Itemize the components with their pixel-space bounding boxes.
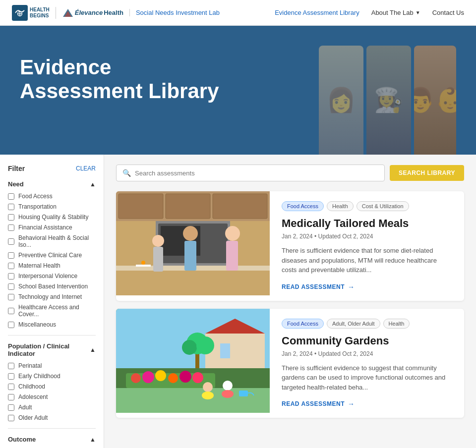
filter-older-adult[interactable]: Older Adult — [8, 414, 96, 421]
filter-early-childhood[interactable]: Early Childhood — [8, 373, 96, 380]
need-section-header[interactable]: Need ▲ — [8, 180, 96, 188]
content-area: 🔍 SEARCH LIBRARY — [104, 155, 476, 448]
checkbox-perinatal[interactable] — [8, 363, 14, 369]
checkbox-miscellaneous[interactable] — [8, 322, 14, 328]
tag-food-access-gardens: Food Access — [282, 319, 324, 329]
filter-school[interactable]: School Based Intervention — [8, 283, 96, 290]
site-header: HEALTHBEGINS Élevance Health Social Need… — [0, 0, 476, 26]
filter-housing[interactable]: Housing Quality & Stability — [8, 214, 96, 221]
checkbox-healthcare-access[interactable] — [8, 308, 14, 314]
tag-health: Health — [327, 201, 354, 211]
nav-evidence-library[interactable]: Evidence Assessment Library — [275, 9, 359, 16]
card-title-gardens: Community Gardens — [282, 335, 452, 347]
card-tags-mtm: Food Access Health Cost & Utilization — [282, 201, 452, 211]
health-begins-logo[interactable]: HEALTHBEGINS — [12, 5, 50, 21]
card-tags-gardens: Food Access Adult, Older Adult Health — [282, 319, 452, 329]
svg-point-31 — [131, 373, 141, 383]
filter-interpersonal[interactable]: Interpersonal Violence — [8, 273, 96, 280]
filter-transportation[interactable]: Transportation — [8, 203, 96, 210]
person-icon-1: 👩 — [319, 46, 363, 155]
hero-image-3: 👨‍👶 — [414, 46, 456, 155]
card-date-gardens: Jan 2, 2024 • Updated Oct 2, 2024 — [282, 350, 452, 357]
card-description-gardens: There is sufficient evidence to suggest … — [282, 363, 452, 392]
svg-point-17 — [225, 226, 240, 241]
card-description-mtm: There is sufficient evidence that for so… — [282, 246, 452, 275]
read-assessment-mtm-link[interactable]: READ ASSESSMENT → — [282, 283, 452, 291]
filter-behavioral[interactable]: Behavioral Health & Social Iso... — [8, 234, 96, 248]
svg-rect-18 — [226, 241, 238, 271]
checkbox-maternal[interactable] — [8, 263, 14, 269]
filter-food-access[interactable]: Food Access — [8, 193, 96, 200]
filter-miscellaneous[interactable]: Miscellaneous — [8, 321, 96, 328]
need-collapse-icon: ▲ — [90, 181, 96, 188]
outcome-section-header[interactable]: Outcome ▲ — [8, 436, 96, 443]
hero-text-block: Evidence Assessment Library — [20, 46, 319, 104]
arrow-right-icon: → — [348, 283, 355, 291]
filter-financial[interactable]: Financial Assistance — [8, 224, 96, 231]
filter-childhood[interactable]: Childhood — [8, 383, 96, 390]
filter-technology[interactable]: Technology and Internet — [8, 293, 96, 300]
svg-point-41 — [222, 390, 234, 398]
checkbox-older-adult[interactable] — [8, 415, 14, 421]
nav-about-lab[interactable]: About The Lab ▼ — [371, 9, 420, 16]
clear-filter-button[interactable]: CLEAR — [76, 165, 96, 172]
checkbox-food-access[interactable] — [8, 193, 14, 200]
filter-adult[interactable]: Adult — [8, 404, 96, 411]
divider-2 — [8, 428, 96, 429]
checkbox-school[interactable] — [8, 283, 14, 290]
search-input[interactable] — [135, 169, 378, 177]
card-title-mtm: Medically Tailored Meals — [282, 217, 452, 230]
population-section-header[interactable]: Population / Clinical Indicator ▲ — [8, 342, 96, 357]
checkbox-financial[interactable] — [8, 224, 14, 231]
svg-rect-7 — [166, 194, 210, 219]
search-library-button[interactable]: SEARCH LIBRARY — [390, 165, 464, 181]
svg-rect-24 — [220, 343, 230, 358]
population-filter-list: Perinatal Early Childhood Childhood Adol… — [8, 362, 96, 421]
svg-point-38 — [203, 382, 213, 392]
svg-rect-42 — [239, 391, 248, 396]
checkbox-housing[interactable] — [8, 214, 14, 221]
svg-point-13 — [152, 235, 164, 247]
checkbox-behavioral[interactable] — [8, 238, 14, 245]
svg-rect-16 — [184, 241, 196, 271]
checkbox-transportation[interactable] — [8, 204, 14, 210]
checkbox-adolescent[interactable] — [8, 394, 14, 400]
filter-preventive[interactable]: Preventive Clinical Care — [8, 252, 96, 259]
main-nav: Evidence Assessment Library About The La… — [275, 9, 464, 16]
card-community-gardens: Food Access Adult, Older Adult Health Co… — [116, 309, 464, 418]
main-content: Filter CLEAR Need ▲ Food Access Transpor… — [0, 155, 476, 448]
filter-healthcare-access[interactable]: Healthcare Access and Cover... — [8, 304, 96, 318]
divider-1 — [8, 335, 96, 336]
checkbox-interpersonal[interactable] — [8, 273, 14, 280]
checkbox-childhood[interactable] — [8, 384, 14, 390]
hero-images: 👩 👩‍🍳 👨‍👶 — [319, 46, 456, 155]
filter-perinatal[interactable]: Perinatal — [8, 362, 96, 369]
tag-health-gardens: Health — [383, 319, 410, 329]
tag-cost-utilization: Cost & Utilization — [357, 201, 409, 211]
svg-rect-22 — [205, 334, 265, 373]
checkbox-adult[interactable] — [8, 404, 14, 411]
card-image-kitchen — [116, 191, 270, 295]
read-assessment-gardens-link[interactable]: READ ASSESSMENT → — [282, 400, 452, 408]
population-collapse-icon: ▲ — [90, 346, 96, 353]
card-image-garden — [116, 309, 270, 413]
filter-header: Filter CLEAR — [8, 165, 96, 172]
checkbox-early-childhood[interactable] — [8, 373, 14, 380]
card-body-mtm: Food Access Health Cost & Utilization Me… — [270, 191, 464, 301]
filter-maternal[interactable]: Maternal Health — [8, 262, 96, 269]
card-date-mtm: Jan 2, 2024 • Updated Oct 2, 2024 — [282, 233, 452, 240]
hero-image-2: 👩‍🍳 — [366, 46, 411, 155]
elevance-text: Élevance — [75, 9, 103, 16]
checkbox-preventive[interactable] — [8, 252, 14, 259]
elevance-health-logo[interactable]: Élevance Health — [56, 7, 123, 19]
svg-point-39 — [202, 392, 214, 399]
health-text: Health — [104, 9, 123, 16]
filter-adolescent[interactable]: Adolescent — [8, 393, 96, 400]
header-logos: HEALTHBEGINS Élevance Health Social Need… — [12, 5, 220, 21]
svg-point-28 — [196, 336, 214, 354]
need-filter-list: Food Access Transportation Housing Quali… — [8, 193, 96, 328]
svg-point-36 — [192, 372, 203, 383]
card-medically-tailored-meals: Food Access Health Cost & Utilization Me… — [116, 191, 464, 301]
checkbox-technology[interactable] — [8, 294, 14, 300]
nav-contact[interactable]: Contact Us — [432, 9, 464, 16]
